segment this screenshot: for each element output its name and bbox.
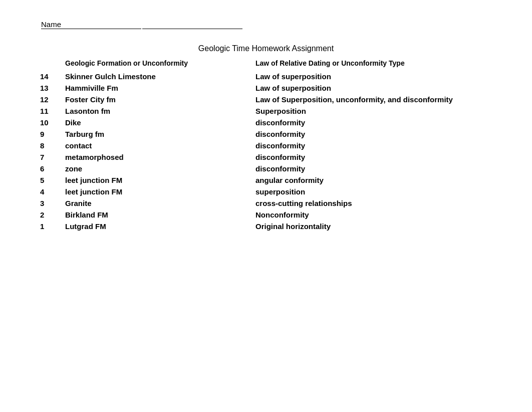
- row-formation: zone: [65, 164, 255, 173]
- row-law: disconformity: [255, 153, 492, 161]
- table-row: 12Foster City fmLaw of Superposition, un…: [40, 95, 492, 104]
- row-formation: Tarburg fm: [65, 130, 255, 138]
- header-num: [40, 59, 65, 67]
- table-row: 14Skinner Gulch LimestoneLaw of superpos…: [40, 72, 492, 81]
- row-number: 12: [40, 95, 65, 104]
- row-formation: Foster City fm: [65, 95, 255, 104]
- row-formation: Lasonton fm: [65, 107, 255, 115]
- row-number: 4: [40, 187, 65, 196]
- table-row: 1Lutgrad FMOriginal horizontality: [40, 222, 492, 231]
- row-law: disconformity: [255, 118, 492, 127]
- row-law: angular conformity: [255, 176, 492, 184]
- row-number: 14: [40, 72, 65, 81]
- row-number: 9: [40, 130, 65, 138]
- table-row: 5leet junction FMangular conformity: [40, 176, 492, 184]
- row-number: 10: [40, 118, 65, 127]
- row-formation: Birkland FM: [65, 211, 255, 219]
- row-number: 7: [40, 153, 65, 161]
- row-number: 11: [40, 107, 65, 115]
- row-number: 1: [40, 222, 65, 231]
- row-number: 8: [40, 141, 65, 150]
- table-body: 14Skinner Gulch LimestoneLaw of superpos…: [40, 72, 492, 231]
- row-number: 2: [40, 211, 65, 219]
- table-header: Geologic Formation or Unconformity Law o…: [40, 59, 492, 67]
- row-formation: leet junction FM: [65, 187, 255, 196]
- table-row: 3Granitecross-cutting relationships: [40, 199, 492, 208]
- table-row: 4leet junction FMsuperposition: [40, 187, 492, 196]
- table-row: 2Birkland FMNonconformity: [40, 211, 492, 219]
- row-formation: Hammiville Fm: [65, 84, 255, 92]
- row-law: Law of superposition: [255, 72, 492, 81]
- table-row: 7metamorphoseddisconformity: [40, 153, 492, 161]
- header-formation: Geologic Formation or Unconformity: [65, 59, 255, 67]
- table-row: 8contactdisconformity: [40, 141, 492, 150]
- table-row: 10Dikedisconformity: [40, 118, 492, 127]
- row-formation: Dike: [65, 118, 255, 127]
- page-title: Geologic Time Homework Assignment: [40, 44, 492, 53]
- table-row: 9Tarburg fmdisconformity: [40, 130, 492, 138]
- row-formation: metamorphosed: [65, 153, 255, 161]
- name-label: Name: [41, 20, 141, 29]
- row-law: Original horizontality: [255, 222, 492, 231]
- row-number: 6: [40, 164, 65, 173]
- row-law: Superposition: [255, 107, 492, 115]
- row-formation: Skinner Gulch Limestone: [65, 72, 255, 81]
- row-formation: contact: [65, 141, 255, 150]
- name-underline: [142, 20, 242, 29]
- row-law: disconformity: [255, 130, 492, 138]
- row-formation: Granite: [65, 199, 255, 208]
- row-law: Law of superposition: [255, 84, 492, 92]
- row-formation: Lutgrad FM: [65, 222, 255, 231]
- row-law: disconformity: [255, 164, 492, 173]
- row-number: 13: [40, 84, 65, 92]
- row-number: 3: [40, 199, 65, 208]
- table-row: 13Hammiville FmLaw of superposition: [40, 84, 492, 92]
- table-row: 6zonedisconformity: [40, 164, 492, 173]
- table-row: 11Lasonton fmSuperposition: [40, 107, 492, 115]
- row-law: cross-cutting relationships: [255, 199, 492, 208]
- row-number: 5: [40, 176, 65, 184]
- row-formation: leet junction FM: [65, 176, 255, 184]
- row-law: disconformity: [255, 141, 492, 150]
- row-law: Law of Superposition, unconformity, and …: [255, 95, 492, 104]
- header-law: Law of Relative Dating or Unconformity T…: [255, 59, 492, 67]
- name-line: Name: [40, 20, 492, 29]
- row-law: Nonconformity: [255, 211, 492, 219]
- row-law: superposition: [255, 187, 492, 196]
- main-table: Geologic Formation or Unconformity Law o…: [40, 59, 492, 231]
